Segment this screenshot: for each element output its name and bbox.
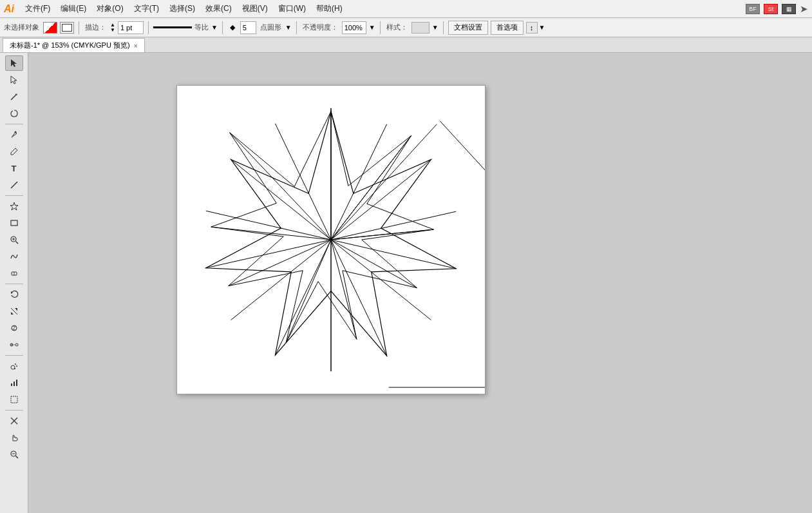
point-icon: ◆ — [227, 23, 238, 33]
app-logo: Ai — [4, 3, 14, 15]
menu-effect[interactable]: 效果(C) — [201, 2, 236, 15]
tool-sep-3 — [5, 284, 23, 284]
tool-select[interactable] — [5, 55, 23, 71]
tool-sep-5 — [5, 410, 23, 411]
tool-blend[interactable] — [5, 337, 23, 353]
arrange-dropdown[interactable]: ▼ — [539, 24, 545, 31]
arrange-group: ↕ ▼ — [526, 22, 545, 34]
sep1 — [79, 21, 79, 34]
svg-line-33 — [15, 456, 18, 459]
tool-magic-wand[interactable] — [5, 89, 23, 104]
svg-point-25 — [14, 368, 15, 369]
tool-pen[interactable] — [5, 127, 23, 142]
svg-point-20 — [15, 344, 18, 346]
stroke-equal-label: 等比 — [193, 23, 210, 32]
svg-marker-1 — [11, 76, 17, 84]
style-label: 样式： — [385, 23, 409, 32]
stroke-line-preview — [153, 26, 192, 28]
svg-line-9 — [15, 242, 18, 244]
main-area: T — [0, 53, 812, 513]
sep3 — [222, 21, 223, 34]
options-toolbar: 未选择对象 描边： ▲ ▼ 等比 ▼ ◆ 点圆形 ▼ 不透明度： ▼ 样式： ▼… — [0, 18, 812, 37]
doc-settings-btn[interactable]: 文档设置 — [448, 21, 488, 35]
stroke-style-dropdown[interactable]: ▼ — [211, 24, 218, 31]
tool-pencil[interactable] — [5, 144, 23, 159]
tool-zoom[interactable] — [5, 447, 23, 462]
svg-rect-29 — [11, 396, 17, 403]
tool-sep-4 — [5, 355, 23, 356]
tool-type[interactable]: T — [5, 160, 23, 176]
svg-rect-26 — [11, 383, 12, 386]
tool-sep-1 — [5, 124, 23, 124]
tool-direct-select[interactable] — [5, 72, 23, 88]
tool-smooth[interactable] — [5, 249, 23, 264]
svg-line-2 — [11, 95, 16, 100]
point-count-input[interactable] — [240, 21, 256, 34]
grid-icon[interactable]: ▦ — [782, 4, 796, 14]
tool-sep-2 — [5, 195, 23, 196]
tool-artboard[interactable] — [5, 392, 23, 407]
stock-icon: St — [764, 4, 778, 14]
svg-line-5 — [11, 182, 17, 188]
tool-slice[interactable] — [5, 413, 23, 429]
tool-lasso[interactable] — [5, 106, 23, 121]
opacity-label: 不透明度： — [301, 23, 339, 32]
shape-label: 点圆形 — [259, 23, 283, 32]
svg-rect-7 — [11, 220, 17, 226]
menu-file[interactable]: 文件(F) — [21, 2, 55, 15]
tab-main[interactable]: 未标题-1* @ 153% (CMYK/GPU 预览) × — [3, 38, 145, 52]
tool-hand[interactable] — [5, 430, 23, 445]
menu-view[interactable]: 视图(V) — [238, 2, 272, 15]
sep4 — [296, 21, 297, 34]
svg-rect-28 — [16, 380, 17, 386]
sep6 — [443, 21, 444, 34]
menu-help[interactable]: 帮助(H) — [312, 2, 347, 15]
tab-close-btn[interactable]: × — [134, 42, 138, 50]
sep5 — [380, 21, 381, 34]
opacity-input[interactable] — [342, 21, 366, 34]
tab-title: 未标题-1* @ 153% (CMYK/GPU 预览) — [10, 41, 130, 50]
stroke-label: 描边： — [84, 23, 108, 32]
tool-symbol-spray[interactable] — [5, 358, 23, 374]
tool-star[interactable] — [5, 198, 23, 214]
svg-point-19 — [10, 344, 13, 346]
stroke-color-box[interactable] — [43, 22, 57, 34]
svg-marker-17 — [11, 312, 14, 315]
artboard — [176, 85, 486, 394]
selection-label: 未选择对象 — [3, 23, 41, 32]
shape-dropdown[interactable]: ▼ — [285, 24, 292, 31]
star-construction — [177, 86, 485, 394]
tool-chart[interactable] — [5, 375, 23, 391]
svg-marker-16 — [15, 308, 17, 311]
tool-eraser[interactable] — [5, 266, 23, 281]
stroke-spinner[interactable]: ▲ ▼ — [110, 23, 115, 33]
sep2 — [148, 21, 149, 34]
tool-rect[interactable] — [5, 215, 23, 231]
toolbox: T — [0, 53, 28, 513]
stroke-style-group: 等比 ▼ — [153, 23, 218, 32]
fill-stroke-box[interactable] — [60, 22, 74, 34]
menu-object[interactable]: 对象(O) — [92, 2, 127, 15]
send-icon[interactable]: ➤ — [800, 3, 808, 15]
opacity-dropdown[interactable]: ▼ — [369, 24, 375, 31]
stroke-width-input[interactable] — [118, 21, 144, 34]
arrange-btn[interactable]: ↕ — [526, 22, 538, 34]
tool-line[interactable] — [5, 177, 23, 193]
tabbar: 未标题-1* @ 153% (CMYK/GPU 预览) × — [0, 37, 812, 53]
menubar: Ai 文件(F) 编辑(E) 对象(O) 文字(T) 选择(S) 效果(C) 视… — [0, 0, 812, 18]
svg-point-23 — [15, 363, 16, 365]
canvas-area[interactable] — [28, 53, 812, 513]
tool-rotate[interactable] — [5, 287, 23, 302]
tool-zoom-plus[interactable] — [5, 232, 23, 247]
menu-edit[interactable]: 编辑(E) — [56, 2, 91, 15]
tool-scale[interactable] — [5, 304, 23, 319]
menu-text[interactable]: 文字(T) — [129, 2, 164, 15]
menu-window[interactable]: 窗口(W) — [274, 2, 310, 15]
style-dropdown[interactable]: ▼ — [432, 24, 439, 31]
style-swatch[interactable] — [411, 22, 430, 34]
prefs-btn[interactable]: 首选项 — [491, 21, 524, 35]
svg-point-4 — [14, 131, 16, 133]
menu-select[interactable]: 选择(S) — [165, 2, 200, 15]
cloud-icon: BF — [746, 4, 760, 14]
tool-warp[interactable] — [5, 320, 23, 336]
